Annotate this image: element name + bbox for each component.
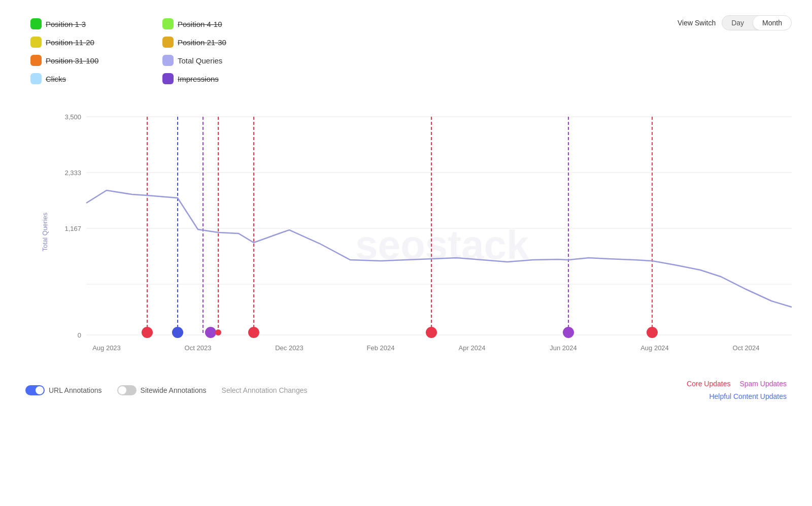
y-axis-label: Total Queries bbox=[41, 213, 49, 252]
svg-text:2,333: 2,333 bbox=[64, 169, 81, 177]
svg-text:3,500: 3,500 bbox=[64, 113, 81, 121]
event-dot-1[interactable] bbox=[142, 327, 153, 338]
svg-text:0: 0 bbox=[78, 331, 81, 339]
svg-text:Feb 2024: Feb 2024 bbox=[367, 344, 395, 352]
legend-dot-pos21-30 bbox=[162, 37, 174, 48]
event-dot-2[interactable] bbox=[172, 327, 183, 338]
legend-item-pos11-20[interactable]: Position 11-20 bbox=[30, 37, 132, 48]
event-dot-6[interactable] bbox=[563, 327, 574, 338]
annotation-select-btn[interactable]: Select Annotation Changes bbox=[222, 386, 308, 394]
sitewide-annotations-label: Sitewide Annotations bbox=[141, 386, 207, 394]
legend-dot-pos31-100 bbox=[30, 55, 42, 66]
legend-dot-clicks bbox=[30, 73, 42, 84]
svg-text:Apr 2024: Apr 2024 bbox=[459, 344, 486, 352]
legend-dot-pos4-10 bbox=[162, 18, 174, 29]
legend-label-pos21-30: Position 21-30 bbox=[178, 38, 226, 47]
view-btn-day[interactable]: Day bbox=[722, 16, 753, 30]
legend-item-total-queries[interactable]: Total Queries bbox=[162, 55, 264, 66]
svg-text:1,167: 1,167 bbox=[64, 225, 81, 232]
sitewide-annotations-toggle[interactable] bbox=[117, 385, 137, 395]
bottom-left: URL Annotations Sitewide Annotations Sel… bbox=[25, 385, 307, 395]
event-dot-7[interactable] bbox=[647, 327, 658, 338]
url-annotations-toggle[interactable] bbox=[25, 385, 45, 395]
svg-text:Aug 2023: Aug 2023 bbox=[92, 344, 121, 352]
legend-label-pos11-20: Position 11-20 bbox=[46, 38, 94, 47]
legend-item-impressions[interactable]: Impressions bbox=[162, 73, 264, 84]
view-switch-label: View Switch bbox=[678, 19, 716, 27]
core-updates-link[interactable]: Core Updates bbox=[687, 380, 730, 388]
helpful-updates-link[interactable]: Helpful Content Updates bbox=[709, 392, 787, 400]
svg-point-26 bbox=[215, 329, 221, 335]
event-dot-3[interactable] bbox=[205, 327, 216, 338]
legend-label-impressions: Impressions bbox=[178, 75, 219, 83]
legend-label-clicks: Clicks bbox=[46, 75, 66, 83]
legend-dot-pos11-20 bbox=[30, 37, 42, 48]
legend-links: Core Updates Spam Updates Helpful Conten… bbox=[687, 378, 787, 403]
event-dot-5[interactable] bbox=[426, 327, 437, 338]
legend-label-pos31-100: Position 31-100 bbox=[46, 56, 98, 65]
svg-text:Oct 2023: Oct 2023 bbox=[185, 344, 212, 352]
event-dot-4[interactable] bbox=[248, 327, 259, 338]
legend-dot-pos1-3 bbox=[30, 18, 42, 29]
view-switch-buttons: Day Month bbox=[722, 15, 792, 30]
legend-label-pos1-3: Position 1-3 bbox=[46, 20, 86, 28]
svg-text:Oct 2024: Oct 2024 bbox=[733, 344, 760, 352]
legend-item-pos1-3[interactable]: Position 1-3 bbox=[30, 18, 132, 29]
svg-text:Dec 2023: Dec 2023 bbox=[275, 344, 303, 352]
legend-item-pos4-10[interactable]: Position 4-10 bbox=[162, 18, 264, 29]
svg-text:Jun 2024: Jun 2024 bbox=[550, 344, 577, 352]
legend-item-clicks[interactable]: Clicks bbox=[30, 73, 132, 84]
bottom-bar: URL Annotations Sitewide Annotations Sel… bbox=[20, 367, 792, 403]
view-switch-area: View Switch Day Month bbox=[678, 15, 792, 30]
sitewide-annotations-toggle-item: Sitewide Annotations bbox=[117, 385, 207, 395]
chart-legend: Position 1-3 Position 11-20 Position 31-… bbox=[20, 10, 792, 96]
url-annotations-toggle-item: URL Annotations bbox=[25, 385, 102, 395]
chart-area: Total Queries 3,500 2,333 1,167 0 Aug 20… bbox=[20, 102, 792, 362]
url-annotations-label: URL Annotations bbox=[49, 386, 102, 394]
chart-svg: 3,500 2,333 1,167 0 Aug 2023 Oct 2023 De… bbox=[51, 102, 802, 360]
legend-dot-total-queries bbox=[162, 55, 174, 66]
legend-dot-impressions bbox=[162, 73, 174, 84]
legend-item-pos21-30[interactable]: Position 21-30 bbox=[162, 37, 264, 48]
view-btn-month[interactable]: Month bbox=[753, 16, 791, 30]
legend-item-pos31-100[interactable]: Position 31-100 bbox=[30, 55, 132, 66]
spam-updates-link[interactable]: Spam Updates bbox=[739, 380, 787, 388]
svg-text:Aug 2024: Aug 2024 bbox=[640, 344, 669, 352]
legend-label-pos4-10: Position 4-10 bbox=[178, 20, 222, 28]
legend-label-total-queries: Total Queries bbox=[178, 56, 222, 65]
